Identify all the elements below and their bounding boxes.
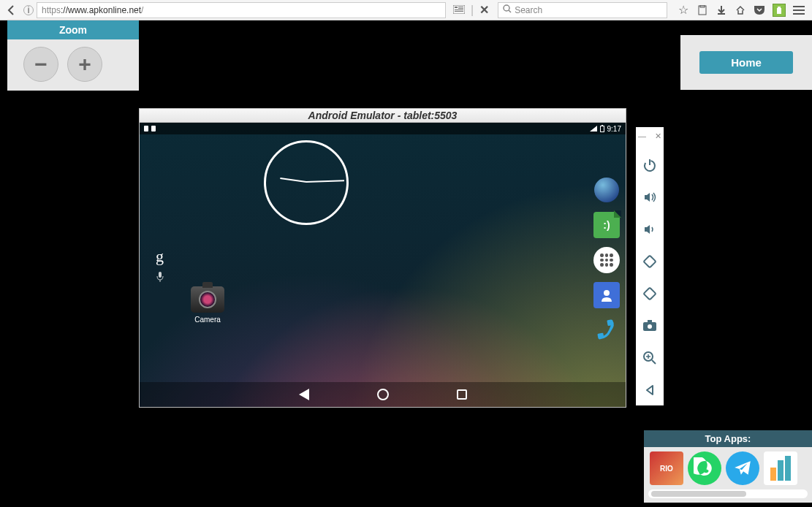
zoom-label: Zoom [7,20,139,39]
minimize-icon[interactable]: — [638,131,646,141]
clipboard-icon[interactable] [697,4,708,16]
phone-app-icon[interactable] [593,317,620,343]
emulator-screen[interactable]: 9:17 g Camera [139,122,626,408]
emulator-controls: — ✕ [636,127,664,405]
bookmark-star-icon[interactable]: ☆ [678,4,689,16]
search-bar[interactable]: Search [498,2,667,18]
app-whatsapp[interactable] [688,451,721,485]
emulator-window: Android Emulator - tablet:5503 9:17 [139,108,626,408]
separator: | [471,4,474,17]
svg-rect-2 [458,7,463,7]
url-path: / [141,5,143,15]
home-button[interactable]: Home [699,51,793,74]
zoom-in-button[interactable]: + [67,47,102,82]
android-nav-bar [140,382,626,407]
search-placeholder: Search [515,5,542,15]
url-host: ://www.apkonline.net [61,5,141,15]
svg-rect-11 [778,7,781,8]
search-icon [503,4,512,15]
svg-rect-4 [455,9,463,10]
svg-rect-5 [455,11,463,12]
app-files[interactable] [764,451,797,485]
svg-line-7 [509,10,511,12]
svg-rect-10 [777,8,781,14]
info-icon[interactable]: i [23,5,34,15]
zoom-panel: Zoom − + [7,20,139,91]
zoom-out-button[interactable]: − [23,47,58,82]
top-apps-scrollbar[interactable] [648,489,808,498]
menu-icon[interactable] [793,4,805,16]
battery-icon [600,126,604,132]
status-right-icons: 9:17 [590,125,621,133]
app-telegram[interactable] [726,451,759,485]
svg-rect-3 [458,8,463,9]
notification-icon [144,126,148,131]
svg-point-13 [604,290,610,296]
svg-rect-12 [159,272,162,278]
emulator-wallpaper [140,123,626,407]
volume-up-icon[interactable] [642,189,658,205]
android-home-button[interactable] [376,388,390,401]
camera-label: Camera [191,316,224,324]
url-bar[interactable]: https://www.apkonline.net/ [37,2,446,18]
back-icon[interactable] [642,382,658,398]
top-apps-label: Top Apps: [644,430,812,447]
android-recents-button[interactable] [455,388,468,401]
svg-rect-16 [644,256,656,268]
close-icon[interactable]: ✕ [479,3,489,17]
google-search-widget[interactable]: g [156,247,164,284]
home-panel: Home [680,35,812,90]
svg-line-22 [652,360,656,364]
svg-rect-17 [644,288,656,300]
apps-drawer-icon[interactable] [593,247,620,273]
close-icon[interactable]: ✕ [655,131,661,141]
emulator-title: Android Emulator - tablet:5503 [139,108,626,122]
camera-app-icon[interactable]: Camera [191,286,224,324]
pocket-icon[interactable] [754,4,765,16]
messages-app-icon[interactable] [593,212,620,238]
toolbar-icons: ☆ [678,4,809,17]
clock-widget[interactable] [249,140,349,240]
page-content: Zoom − + Home Android Emulator - tablet:… [0,20,812,507]
android-back-button[interactable] [297,388,311,401]
google-logo: g [156,247,164,266]
home-icon[interactable] [735,4,746,16]
notification-icon [151,126,156,131]
top-apps-row: RIO [644,447,812,489]
top-apps-panel: Top Apps: RIO [644,430,812,503]
rotate-left-icon[interactable] [642,254,658,270]
browser-toolbar: i https://www.apkonline.net/ | ✕ Search … [0,0,812,20]
signal-icon [590,126,597,131]
extension-icon[interactable] [773,4,786,17]
reader-icon[interactable] [453,4,465,17]
window-controls: — ✕ [638,131,661,141]
back-button[interactable] [3,1,20,19]
svg-rect-1 [455,7,458,8]
download-icon[interactable] [716,4,727,16]
android-status-bar: 9:17 [140,123,626,134]
reader-close-group: | ✕ [453,3,489,17]
status-left-icons [144,126,156,131]
url-scheme: https [42,5,61,15]
svg-rect-20 [648,320,652,322]
power-icon[interactable] [642,157,658,173]
browser-app-icon[interactable] [593,177,620,203]
svg-point-6 [504,5,509,11]
contacts-app-icon[interactable] [593,282,620,308]
screenshot-icon[interactable] [642,318,658,334]
volume-down-icon[interactable] [642,221,658,237]
app-dock [593,177,620,343]
mic-icon[interactable] [156,272,164,284]
app-angry-birds[interactable]: RIO [650,451,683,485]
zoom-icon[interactable] [642,350,658,366]
status-time: 9:17 [607,125,621,133]
svg-point-19 [648,324,652,329]
rotate-right-icon[interactable] [642,286,658,302]
